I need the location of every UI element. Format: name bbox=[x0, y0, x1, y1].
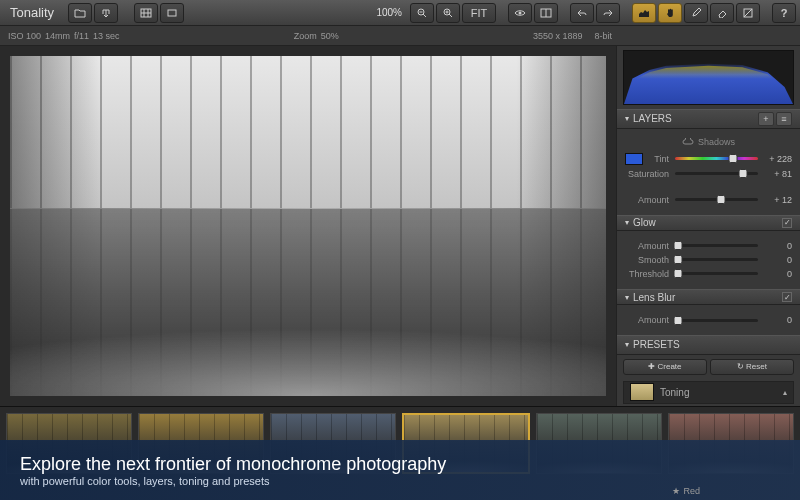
layers-menu-button[interactable]: ≡ bbox=[776, 112, 792, 126]
zoom-value[interactable]: 50% bbox=[321, 31, 339, 41]
glow-threshold-slider[interactable]: Threshold 0 bbox=[625, 269, 792, 279]
chevron-down-icon: ▾ bbox=[625, 218, 629, 227]
histogram-tool-icon[interactable] bbox=[632, 3, 656, 23]
shutter-value: 13 sec bbox=[93, 31, 120, 41]
dimensions-value: 3550 x 1889 bbox=[533, 31, 583, 41]
brush-tool-icon[interactable] bbox=[684, 3, 708, 23]
zoom-in-icon[interactable] bbox=[436, 3, 460, 23]
amount-slider[interactable]: Amount + 12 bbox=[625, 195, 792, 205]
help-icon[interactable]: ? bbox=[772, 3, 796, 23]
eraser-tool-icon[interactable] bbox=[710, 3, 734, 23]
zoom-out-icon[interactable] bbox=[410, 3, 434, 23]
bottom-label: ★ Red bbox=[672, 486, 700, 496]
lensblur-amount-slider[interactable]: Amount 0 bbox=[625, 315, 792, 325]
svg-rect-1 bbox=[168, 10, 176, 16]
chevron-down-icon: ▾ bbox=[625, 340, 629, 349]
grid-icon[interactable] bbox=[134, 3, 158, 23]
chevron-up-icon: ▴ bbox=[783, 388, 787, 397]
glow-title: Glow bbox=[633, 217, 656, 228]
layers-title: LAYERS bbox=[633, 113, 672, 124]
undo-icon[interactable] bbox=[570, 3, 594, 23]
reset-preset-button[interactable]: ↻Reset bbox=[710, 359, 794, 375]
preset-category-label: Toning bbox=[660, 387, 689, 398]
canvas-area[interactable] bbox=[0, 46, 616, 406]
compare-icon[interactable] bbox=[534, 3, 558, 23]
top-toolbar: Tonality 100% FIT ? bbox=[0, 0, 800, 26]
zoom-label: Zoom bbox=[294, 31, 317, 41]
fit-button[interactable]: FIT bbox=[462, 3, 496, 23]
bitdepth-value: 8-bit bbox=[594, 31, 612, 41]
layers-header[interactable]: ▾ LAYERS + ≡ bbox=[617, 109, 800, 129]
banner-subtitle: with powerful color tools, layers, tonin… bbox=[20, 475, 780, 487]
cloud-icon bbox=[682, 138, 694, 146]
chevron-down-icon: ▾ bbox=[625, 293, 629, 302]
shadows-row: Shadows bbox=[625, 135, 792, 149]
presets-title: PRESETS bbox=[633, 339, 680, 350]
zoom-percent: 100% bbox=[370, 7, 408, 18]
export-icon[interactable] bbox=[94, 3, 118, 23]
tint-swatch[interactable] bbox=[625, 153, 643, 165]
redo-icon[interactable] bbox=[596, 3, 620, 23]
lensblur-panel: Amount 0 bbox=[617, 305, 800, 335]
main-area: ▾ LAYERS + ≡ Shadows Tint + 228 Saturati… bbox=[0, 46, 800, 406]
histogram[interactable] bbox=[623, 50, 794, 105]
glow-checkbox[interactable]: ✓ bbox=[782, 218, 792, 228]
photo-preview bbox=[10, 56, 606, 396]
gradient-tool-icon[interactable] bbox=[736, 3, 760, 23]
preset-category[interactable]: Toning ▴ bbox=[623, 381, 794, 404]
star-icon: ★ bbox=[672, 486, 680, 496]
svg-point-4 bbox=[519, 11, 522, 14]
focal-value: 14mm bbox=[45, 31, 70, 41]
add-layer-button[interactable]: + bbox=[758, 112, 774, 126]
saturation-slider[interactable]: Saturation + 81 bbox=[625, 169, 792, 179]
preset-thumb bbox=[630, 383, 654, 401]
lensblur-title: Lens Blur bbox=[633, 292, 675, 303]
tint-slider[interactable]: Tint + 228 bbox=[625, 153, 792, 165]
lensblur-checkbox[interactable]: ✓ bbox=[782, 292, 792, 302]
lensblur-header[interactable]: ▾ Lens Blur ✓ bbox=[617, 289, 800, 305]
create-preset-button[interactable]: ✚Create bbox=[623, 359, 707, 375]
iso-value: ISO 100 bbox=[8, 31, 41, 41]
preview-icon[interactable] bbox=[508, 3, 532, 23]
right-sidebar: ▾ LAYERS + ≡ Shadows Tint + 228 Saturati… bbox=[616, 46, 800, 406]
info-bar: ISO 100 14mm f/11 13 sec Zoom 50% 3550 x… bbox=[0, 26, 800, 46]
glow-smooth-slider[interactable]: Smooth 0 bbox=[625, 255, 792, 265]
crop-icon[interactable] bbox=[160, 3, 184, 23]
presets-header[interactable]: ▾ PRESETS bbox=[617, 335, 800, 355]
glow-panel: Amount 0 Smooth 0 Threshold 0 bbox=[617, 231, 800, 289]
chevron-down-icon: ▾ bbox=[625, 114, 629, 123]
app-title: Tonality bbox=[4, 5, 64, 20]
open-icon[interactable] bbox=[68, 3, 92, 23]
glow-amount-slider[interactable]: Amount 0 bbox=[625, 241, 792, 251]
glow-header[interactable]: ▾ Glow ✓ bbox=[617, 215, 800, 231]
layers-panel: Shadows Tint + 228 Saturation + 81 Amoun… bbox=[617, 129, 800, 215]
aperture-value: f/11 bbox=[74, 31, 89, 41]
banner-title: Explore the next frontier of monochrome … bbox=[20, 454, 780, 475]
hand-tool-icon[interactable] bbox=[658, 3, 682, 23]
